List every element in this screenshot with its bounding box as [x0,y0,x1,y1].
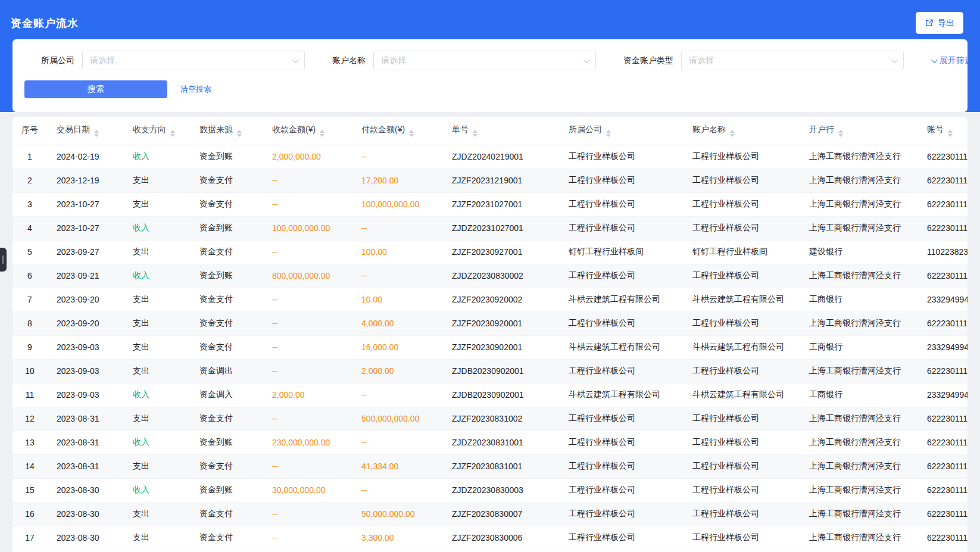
cell-account_no: 622230111 [917,478,967,502]
cell-no: 5 [13,240,47,264]
cell-paid: 2,000.00 [352,359,442,383]
cell-account_no: 622230111 [917,216,967,240]
export-button[interactable]: 导出 [916,12,963,34]
cell-order_no: ZJZF20231027001 [442,192,559,216]
chevron-down-icon [583,56,590,63]
transactions-table-card: 序号交易日期收支方向数据来源收款金额(¥)付款金额(¥)单号所属公司账户名称开户… [13,117,967,552]
column-header-no: 序号 [13,117,47,145]
sort-icon[interactable] [320,130,324,137]
column-header-source[interactable]: 数据来源 [190,117,263,145]
cell-account_no: 622230111 [917,192,967,216]
cell-order_no: ZJDZ20231027001 [442,216,559,240]
sort-icon[interactable] [948,130,953,137]
cell-paid: 100.00 [352,240,442,264]
sort-icon[interactable] [170,130,175,137]
cell-received: 800,000,000.00 [263,264,352,288]
table-row: 162023-08-30支出资金支付--50,000,000.00ZJZF202… [13,502,967,526]
table-row: 122023-08-31支出资金支付--500,000,000.00ZJZF20… [13,407,967,431]
sort-icon[interactable] [473,130,477,137]
cell-order_no: ZJZF20230902001 [442,335,559,359]
expand-filters-link[interactable]: 展开筛选 [931,55,973,66]
cell-no: 7 [13,288,47,311]
cell-company: 工程行业样板公司 [559,169,683,192]
cell-order_no: ZJZF20230831002 [442,407,559,431]
cell-no: 8 [13,311,47,335]
cell-bank: 上海工商银行漕河泾支行 [800,502,917,526]
account-name-filter-label: 账户名称 [332,55,366,66]
column-header-account_name[interactable]: 账户名称 [683,117,800,145]
company-select[interactable]: 请选择 [82,51,305,70]
column-header-order_no[interactable]: 单号 [442,117,559,145]
cell-no: 16 [13,502,47,526]
table-row: 52023-09-27支出资金支付--100.00ZJZF20230927001… [13,240,967,264]
cell-account_name: 工程行业样板公司 [683,264,800,288]
column-header-direction[interactable]: 收支方向 [123,117,190,145]
company-filter-label: 所属公司 [41,55,74,66]
search-button[interactable]: 搜索 [24,80,167,98]
expand-filters-label: 展开筛选 [940,55,973,66]
cell-bank: 上海工商银行漕河泾支行 [800,216,917,240]
column-header-date[interactable]: 交易日期 [47,117,123,145]
cell-account_name: 工程行业样板公司 [683,359,800,383]
filter-group-company: 所属公司 请选择 [41,51,305,70]
sort-icon[interactable] [237,130,242,137]
sort-icon[interactable] [838,130,843,137]
filter-group-account-type: 资金账户类型 请选择 [623,51,904,70]
cell-no: 3 [13,192,47,216]
cell-paid: 16,000.00 [352,335,442,359]
cell-received: -- [263,526,352,550]
cell-account_no: 622230111 [917,169,967,192]
filter-group-account-name: 账户名称 请选择 [332,51,596,70]
sort-icon[interactable] [606,130,611,137]
clear-search-link[interactable]: 清空搜索 [180,84,211,95]
cell-paid: -- [352,145,442,169]
cell-company: 钉钉工程行业样板间 [559,240,683,264]
cell-account_name: 工程行业样板公司 [683,431,800,454]
account-name-select-placeholder: 请选择 [381,55,406,66]
cell-no: 15 [13,478,47,502]
cell-company: 工程行业样板公司 [559,454,683,478]
cell-bank: 工商银行 [800,383,917,407]
cell-source: 资金到账 [190,478,263,502]
cell-company: 工程行业样板公司 [559,311,683,335]
side-panel-handle[interactable] [0,248,7,272]
cell-bank: 上海工商银行漕河泾支行 [800,431,917,454]
table-row: 172023-08-30支出资金支付--3,300.00ZJZF20230830… [13,526,967,550]
column-header-paid[interactable]: 付款金额(¥) [352,117,442,145]
cell-account_name: 工程行业样板公司 [683,192,800,216]
cell-order_no: ZJDZ20230831001 [442,431,559,454]
cell-source: 资金支付 [190,335,263,359]
cell-account_no: 233294994 [917,335,967,359]
cell-direction: 支出 [123,407,190,431]
account-name-select[interactable]: 请选择 [373,51,596,70]
cell-bank: 上海工商银行漕河泾支行 [800,407,917,431]
cell-account_no: 622230111 [917,526,967,550]
cell-no: 12 [13,407,47,431]
cell-bank: 上海工商银行漕河泾支行 [800,145,917,169]
cell-received: -- [263,502,352,526]
column-label: 数据来源 [199,124,233,134]
cell-company: 工程行业样板公司 [559,478,683,502]
account-type-select[interactable]: 请选择 [681,51,904,70]
table-row: 142023-08-31支出资金支付--41,334.00ZJZF2023083… [13,454,967,478]
cell-direction: 支出 [123,454,190,478]
column-header-received[interactable]: 收款金额(¥) [263,117,352,145]
table-row: 152023-08-30收入资金到账30,000,000.00--ZJDZ202… [13,478,967,502]
cell-direction: 收入 [123,264,190,288]
cell-company: 工程行业样板公司 [559,526,683,550]
cell-no: 9 [13,335,47,359]
sort-icon[interactable] [409,130,414,137]
sort-icon[interactable] [94,130,99,137]
cell-company: 工程行业样板公司 [559,359,683,383]
column-header-company[interactable]: 所属公司 [559,117,683,145]
export-button-label: 导出 [938,18,954,29]
column-label: 账号 [927,124,944,134]
cell-paid: -- [352,431,442,454]
column-header-bank[interactable]: 开户行 [800,117,917,145]
column-label: 收支方向 [133,124,166,134]
table-row: 32023-10-27支出资金支付--100,000,000.00ZJZF202… [13,192,967,216]
cell-direction: 支出 [123,192,190,216]
cell-account_no: 622230111 [917,454,967,478]
sort-icon[interactable] [730,130,735,137]
column-header-account_no[interactable]: 账号 [917,117,967,145]
